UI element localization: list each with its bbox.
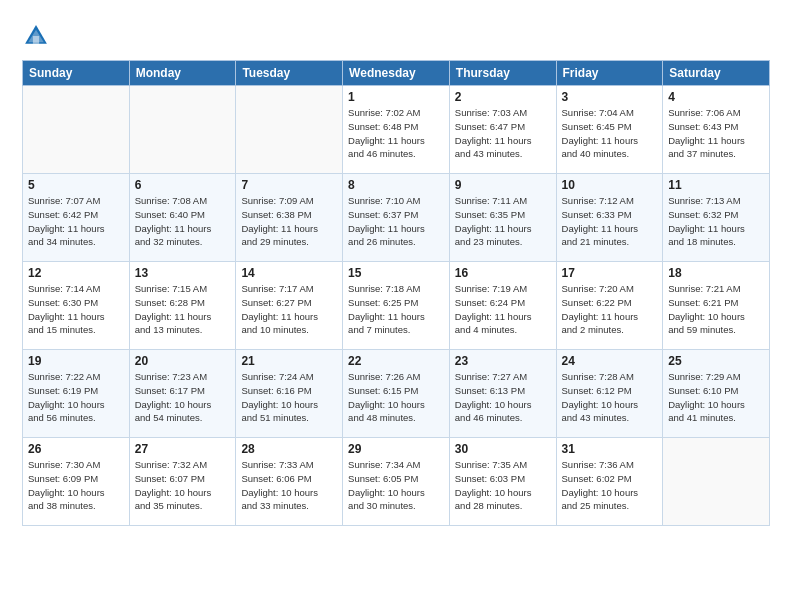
- day-cell-1: 1Sunrise: 7:02 AMSunset: 6:48 PMDaylight…: [343, 86, 450, 174]
- day-cell-25: 25Sunrise: 7:29 AMSunset: 6:10 PMDayligh…: [663, 350, 770, 438]
- empty-cell: [129, 86, 236, 174]
- day-number-20: 20: [135, 354, 231, 368]
- day-info-27: Sunrise: 7:32 AMSunset: 6:07 PMDaylight:…: [135, 458, 231, 513]
- day-info-14: Sunrise: 7:17 AMSunset: 6:27 PMDaylight:…: [241, 282, 337, 337]
- day-info-19: Sunrise: 7:22 AMSunset: 6:19 PMDaylight:…: [28, 370, 124, 425]
- day-info-18: Sunrise: 7:21 AMSunset: 6:21 PMDaylight:…: [668, 282, 764, 337]
- day-info-30: Sunrise: 7:35 AMSunset: 6:03 PMDaylight:…: [455, 458, 551, 513]
- day-cell-17: 17Sunrise: 7:20 AMSunset: 6:22 PMDayligh…: [556, 262, 663, 350]
- day-info-29: Sunrise: 7:34 AMSunset: 6:05 PMDaylight:…: [348, 458, 444, 513]
- day-info-3: Sunrise: 7:04 AMSunset: 6:45 PMDaylight:…: [562, 106, 658, 161]
- empty-cell: [236, 86, 343, 174]
- day-number-5: 5: [28, 178, 124, 192]
- day-cell-30: 30Sunrise: 7:35 AMSunset: 6:03 PMDayligh…: [449, 438, 556, 526]
- weekday-header-sunday: Sunday: [23, 61, 130, 86]
- day-cell-8: 8Sunrise: 7:10 AMSunset: 6:37 PMDaylight…: [343, 174, 450, 262]
- week-row-4: 19Sunrise: 7:22 AMSunset: 6:19 PMDayligh…: [23, 350, 770, 438]
- day-number-7: 7: [241, 178, 337, 192]
- day-info-22: Sunrise: 7:26 AMSunset: 6:15 PMDaylight:…: [348, 370, 444, 425]
- day-info-15: Sunrise: 7:18 AMSunset: 6:25 PMDaylight:…: [348, 282, 444, 337]
- day-number-9: 9: [455, 178, 551, 192]
- day-number-3: 3: [562, 90, 658, 104]
- day-cell-12: 12Sunrise: 7:14 AMSunset: 6:30 PMDayligh…: [23, 262, 130, 350]
- day-number-19: 19: [28, 354, 124, 368]
- day-number-26: 26: [28, 442, 124, 456]
- day-info-9: Sunrise: 7:11 AMSunset: 6:35 PMDaylight:…: [455, 194, 551, 249]
- day-info-17: Sunrise: 7:20 AMSunset: 6:22 PMDaylight:…: [562, 282, 658, 337]
- week-row-1: 1Sunrise: 7:02 AMSunset: 6:48 PMDaylight…: [23, 86, 770, 174]
- empty-cell: [23, 86, 130, 174]
- logo: [22, 22, 54, 50]
- day-cell-2: 2Sunrise: 7:03 AMSunset: 6:47 PMDaylight…: [449, 86, 556, 174]
- day-cell-18: 18Sunrise: 7:21 AMSunset: 6:21 PMDayligh…: [663, 262, 770, 350]
- day-number-10: 10: [562, 178, 658, 192]
- week-row-2: 5Sunrise: 7:07 AMSunset: 6:42 PMDaylight…: [23, 174, 770, 262]
- day-cell-23: 23Sunrise: 7:27 AMSunset: 6:13 PMDayligh…: [449, 350, 556, 438]
- day-cell-9: 9Sunrise: 7:11 AMSunset: 6:35 PMDaylight…: [449, 174, 556, 262]
- weekday-header-thursday: Thursday: [449, 61, 556, 86]
- day-cell-11: 11Sunrise: 7:13 AMSunset: 6:32 PMDayligh…: [663, 174, 770, 262]
- day-cell-14: 14Sunrise: 7:17 AMSunset: 6:27 PMDayligh…: [236, 262, 343, 350]
- day-cell-6: 6Sunrise: 7:08 AMSunset: 6:40 PMDaylight…: [129, 174, 236, 262]
- day-cell-27: 27Sunrise: 7:32 AMSunset: 6:07 PMDayligh…: [129, 438, 236, 526]
- week-row-5: 26Sunrise: 7:30 AMSunset: 6:09 PMDayligh…: [23, 438, 770, 526]
- day-number-14: 14: [241, 266, 337, 280]
- day-number-8: 8: [348, 178, 444, 192]
- day-info-5: Sunrise: 7:07 AMSunset: 6:42 PMDaylight:…: [28, 194, 124, 249]
- header: [22, 18, 770, 50]
- day-number-1: 1: [348, 90, 444, 104]
- weekday-header-monday: Monday: [129, 61, 236, 86]
- day-cell-16: 16Sunrise: 7:19 AMSunset: 6:24 PMDayligh…: [449, 262, 556, 350]
- day-number-23: 23: [455, 354, 551, 368]
- day-info-16: Sunrise: 7:19 AMSunset: 6:24 PMDaylight:…: [455, 282, 551, 337]
- day-info-1: Sunrise: 7:02 AMSunset: 6:48 PMDaylight:…: [348, 106, 444, 161]
- day-cell-22: 22Sunrise: 7:26 AMSunset: 6:15 PMDayligh…: [343, 350, 450, 438]
- day-number-22: 22: [348, 354, 444, 368]
- day-number-24: 24: [562, 354, 658, 368]
- day-info-6: Sunrise: 7:08 AMSunset: 6:40 PMDaylight:…: [135, 194, 231, 249]
- day-cell-10: 10Sunrise: 7:12 AMSunset: 6:33 PMDayligh…: [556, 174, 663, 262]
- day-info-21: Sunrise: 7:24 AMSunset: 6:16 PMDaylight:…: [241, 370, 337, 425]
- day-number-2: 2: [455, 90, 551, 104]
- day-info-28: Sunrise: 7:33 AMSunset: 6:06 PMDaylight:…: [241, 458, 337, 513]
- day-info-12: Sunrise: 7:14 AMSunset: 6:30 PMDaylight:…: [28, 282, 124, 337]
- day-info-11: Sunrise: 7:13 AMSunset: 6:32 PMDaylight:…: [668, 194, 764, 249]
- day-cell-21: 21Sunrise: 7:24 AMSunset: 6:16 PMDayligh…: [236, 350, 343, 438]
- weekday-header-row: SundayMondayTuesdayWednesdayThursdayFrid…: [23, 61, 770, 86]
- day-number-6: 6: [135, 178, 231, 192]
- logo-icon: [22, 22, 50, 50]
- day-cell-4: 4Sunrise: 7:06 AMSunset: 6:43 PMDaylight…: [663, 86, 770, 174]
- day-number-30: 30: [455, 442, 551, 456]
- empty-cell: [663, 438, 770, 526]
- weekday-header-saturday: Saturday: [663, 61, 770, 86]
- day-info-24: Sunrise: 7:28 AMSunset: 6:12 PMDaylight:…: [562, 370, 658, 425]
- day-info-8: Sunrise: 7:10 AMSunset: 6:37 PMDaylight:…: [348, 194, 444, 249]
- day-cell-31: 31Sunrise: 7:36 AMSunset: 6:02 PMDayligh…: [556, 438, 663, 526]
- day-number-25: 25: [668, 354, 764, 368]
- day-cell-28: 28Sunrise: 7:33 AMSunset: 6:06 PMDayligh…: [236, 438, 343, 526]
- day-info-31: Sunrise: 7:36 AMSunset: 6:02 PMDaylight:…: [562, 458, 658, 513]
- day-number-17: 17: [562, 266, 658, 280]
- day-number-13: 13: [135, 266, 231, 280]
- week-row-3: 12Sunrise: 7:14 AMSunset: 6:30 PMDayligh…: [23, 262, 770, 350]
- day-cell-5: 5Sunrise: 7:07 AMSunset: 6:42 PMDaylight…: [23, 174, 130, 262]
- day-info-2: Sunrise: 7:03 AMSunset: 6:47 PMDaylight:…: [455, 106, 551, 161]
- day-info-20: Sunrise: 7:23 AMSunset: 6:17 PMDaylight:…: [135, 370, 231, 425]
- day-info-7: Sunrise: 7:09 AMSunset: 6:38 PMDaylight:…: [241, 194, 337, 249]
- day-info-25: Sunrise: 7:29 AMSunset: 6:10 PMDaylight:…: [668, 370, 764, 425]
- svg-rect-2: [33, 36, 39, 44]
- day-cell-29: 29Sunrise: 7:34 AMSunset: 6:05 PMDayligh…: [343, 438, 450, 526]
- day-cell-7: 7Sunrise: 7:09 AMSunset: 6:38 PMDaylight…: [236, 174, 343, 262]
- day-number-16: 16: [455, 266, 551, 280]
- day-number-27: 27: [135, 442, 231, 456]
- day-cell-3: 3Sunrise: 7:04 AMSunset: 6:45 PMDaylight…: [556, 86, 663, 174]
- day-info-26: Sunrise: 7:30 AMSunset: 6:09 PMDaylight:…: [28, 458, 124, 513]
- weekday-header-friday: Friday: [556, 61, 663, 86]
- day-number-31: 31: [562, 442, 658, 456]
- day-number-4: 4: [668, 90, 764, 104]
- day-number-29: 29: [348, 442, 444, 456]
- day-cell-19: 19Sunrise: 7:22 AMSunset: 6:19 PMDayligh…: [23, 350, 130, 438]
- day-number-15: 15: [348, 266, 444, 280]
- day-cell-20: 20Sunrise: 7:23 AMSunset: 6:17 PMDayligh…: [129, 350, 236, 438]
- day-info-23: Sunrise: 7:27 AMSunset: 6:13 PMDaylight:…: [455, 370, 551, 425]
